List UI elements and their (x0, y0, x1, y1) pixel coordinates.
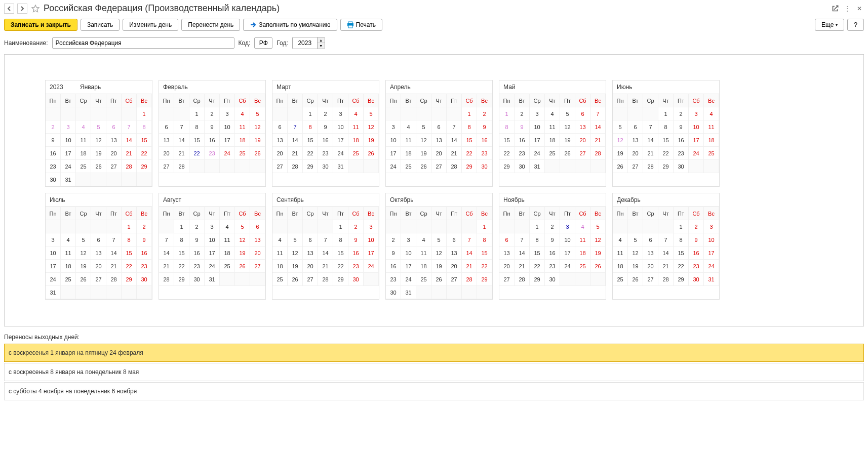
day-cell[interactable]: 28 (447, 160, 462, 173)
day-cell[interactable]: 9 (386, 246, 401, 260)
day-cell[interactable]: 18 (61, 260, 76, 273)
print-button[interactable]: Печать (340, 19, 382, 31)
save-button[interactable]: Записать (81, 19, 120, 31)
day-cell[interactable]: 4 (235, 107, 250, 120)
day-cell[interactable]: 6 (575, 107, 590, 120)
day-cell[interactable]: 6 (643, 233, 658, 246)
day-cell[interactable]: 17 (61, 147, 76, 160)
day-cell[interactable]: 7 (318, 233, 333, 246)
day-cell[interactable]: 25 (416, 273, 431, 286)
day-cell[interactable]: 15 (303, 134, 318, 147)
day-cell[interactable]: 27 (106, 160, 122, 173)
day-cell[interactable]: 18 (613, 260, 628, 273)
day-cell[interactable]: 7 (288, 120, 303, 134)
code-input[interactable] (254, 37, 272, 49)
day-cell[interactable]: 13 (106, 134, 122, 147)
day-cell[interactable]: 27 (250, 260, 265, 273)
day-cell[interactable]: 27 (628, 160, 643, 173)
day-cell[interactable]: 5 (288, 233, 303, 246)
nav-forward-button[interactable] (17, 4, 27, 14)
move-day-button[interactable]: Перенести день (181, 19, 240, 31)
day-cell[interactable]: 25 (704, 147, 719, 160)
day-cell[interactable]: 29 (137, 160, 152, 173)
day-cell[interactable]: 10 (560, 233, 575, 246)
day-cell[interactable]: 2 (318, 107, 333, 120)
day-cell[interactable]: 16 (137, 246, 152, 260)
day-cell[interactable]: 2 (189, 220, 205, 233)
day-cell[interactable]: 20 (431, 147, 447, 160)
day-cell[interactable]: 3 (704, 220, 719, 233)
day-cell[interactable]: 17 (386, 147, 401, 160)
day-cell[interactable]: 7 (643, 120, 658, 134)
day-cell[interactable]: 26 (431, 273, 447, 286)
day-cell[interactable]: 22 (174, 260, 189, 273)
day-cell[interactable]: 25 (401, 160, 416, 173)
day-cell[interactable]: 10 (386, 134, 401, 147)
day-cell[interactable]: 10 (401, 246, 416, 260)
day-cell[interactable]: 29 (303, 160, 318, 173)
day-cell[interactable]: 4 (416, 233, 431, 246)
day-cell[interactable]: 14 (174, 134, 189, 147)
day-cell[interactable]: 19 (431, 260, 447, 273)
day-cell[interactable]: 26 (250, 147, 265, 160)
day-cell[interactable]: 25 (575, 260, 590, 273)
day-cell[interactable]: 18 (416, 260, 431, 273)
day-cell[interactable]: 23 (46, 160, 61, 173)
day-cell[interactable]: 3 (530, 107, 545, 120)
day-cell[interactable]: 1 (333, 220, 348, 233)
day-cell[interactable]: 14 (515, 246, 530, 260)
day-cell[interactable]: 21 (159, 260, 174, 273)
day-cell[interactable]: 7 (462, 233, 477, 246)
day-cell[interactable]: 12 (250, 120, 265, 134)
day-cell[interactable]: 11 (545, 120, 560, 134)
day-cell[interactable]: 8 (137, 120, 152, 134)
day-cell[interactable]: 27 (447, 273, 462, 286)
day-cell[interactable]: 4 (545, 107, 560, 120)
day-cell[interactable]: 23 (689, 260, 704, 273)
day-cell[interactable]: 19 (76, 260, 91, 273)
day-cell[interactable]: 8 (674, 233, 689, 246)
day-cell[interactable]: 4 (704, 107, 719, 120)
day-cell[interactable]: 18 (220, 246, 235, 260)
day-cell[interactable]: 6 (431, 120, 447, 134)
day-cell[interactable]: 23 (674, 147, 689, 160)
day-cell[interactable]: 21 (643, 147, 658, 160)
day-cell[interactable]: 21 (288, 147, 303, 160)
day-cell[interactable]: 1 (674, 220, 689, 233)
day-cell[interactable]: 27 (431, 160, 447, 173)
day-cell[interactable]: 19 (613, 147, 628, 160)
day-cell[interactable]: 7 (106, 233, 122, 246)
day-cell[interactable]: 15 (499, 134, 515, 147)
day-cell[interactable]: 5 (91, 120, 106, 134)
day-cell[interactable]: 21 (174, 147, 189, 160)
day-cell[interactable]: 13 (628, 134, 643, 147)
day-cell[interactable]: 12 (76, 246, 91, 260)
day-cell[interactable]: 9 (205, 120, 220, 134)
day-cell[interactable]: 28 (174, 160, 189, 173)
day-cell[interactable]: 1 (174, 220, 189, 233)
day-cell[interactable]: 15 (530, 246, 545, 260)
day-cell[interactable]: 31 (704, 273, 719, 286)
day-cell[interactable]: 20 (447, 260, 462, 273)
day-cell[interactable]: 20 (250, 246, 265, 260)
day-cell[interactable]: 9 (137, 233, 152, 246)
day-cell[interactable]: 21 (658, 260, 674, 273)
day-cell[interactable]: 1 (189, 107, 205, 120)
day-cell[interactable]: 30 (137, 273, 152, 286)
day-cell[interactable]: 8 (189, 120, 205, 134)
day-cell[interactable]: 31 (530, 160, 545, 173)
day-cell[interactable]: 21 (590, 134, 606, 147)
day-cell[interactable]: 1 (530, 220, 545, 233)
day-cell[interactable]: 23 (545, 260, 560, 273)
day-cell[interactable]: 12 (91, 134, 106, 147)
day-cell[interactable]: 3 (401, 233, 416, 246)
day-cell[interactable]: 10 (689, 120, 704, 134)
day-cell[interactable]: 16 (689, 246, 704, 260)
day-cell[interactable]: 8 (477, 233, 492, 246)
day-cell[interactable]: 17 (704, 246, 719, 260)
day-cell[interactable]: 13 (643, 246, 658, 260)
day-cell[interactable]: 16 (205, 134, 220, 147)
day-cell[interactable]: 14 (590, 120, 606, 134)
day-cell[interactable]: 6 (303, 233, 318, 246)
day-cell[interactable]: 2 (386, 233, 401, 246)
